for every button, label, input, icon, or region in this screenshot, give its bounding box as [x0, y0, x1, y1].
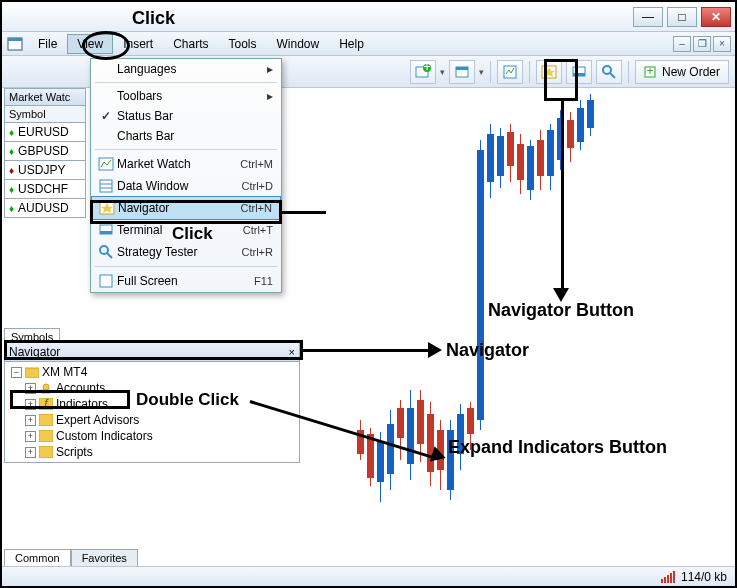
ea-icon [38, 413, 54, 427]
new-order-label: New Order [662, 65, 720, 79]
menu-item-toolbars[interactable]: Toolbars▸ [91, 86, 281, 106]
menu-tools[interactable]: Tools [219, 34, 267, 54]
market-watch-row[interactable]: ♦EURUSD [4, 123, 86, 142]
svg-rect-1 [8, 38, 22, 41]
annotation-circle [82, 31, 130, 60]
svg-point-12 [603, 66, 611, 74]
expand-icon[interactable]: + [25, 415, 36, 426]
window-titlebar: — □ ✕ [2, 2, 735, 32]
svg-rect-26 [100, 275, 112, 287]
market-watch-panel: Market Watc Symbol ♦EURUSD ♦GBPUSD ♦USDJ… [4, 88, 86, 345]
toolbar-profiles-button[interactable] [449, 60, 475, 84]
terminal-icon [95, 222, 117, 238]
expand-icon[interactable]: + [25, 431, 36, 442]
menu-item-charts-bar[interactable]: Charts Bar [91, 126, 281, 146]
down-icon: ♦ [9, 165, 14, 176]
fullscreen-icon [95, 273, 117, 289]
mdi-minimize-button[interactable]: – [673, 36, 691, 52]
window-close-button[interactable]: ✕ [701, 7, 731, 27]
svg-rect-27 [25, 368, 39, 378]
svg-line-13 [610, 73, 615, 78]
mdi-restore-button[interactable]: ❐ [693, 36, 711, 52]
market-watch-title: Market Watc [4, 88, 86, 106]
svg-point-24 [100, 246, 108, 254]
annotation-box [90, 200, 282, 224]
status-bar: 114/0 kb [2, 566, 735, 586]
menu-item-strategy-tester[interactable]: Strategy TesterCtrl+R [91, 241, 281, 263]
tree-row[interactable]: − XM MT4 [5, 364, 299, 380]
market-watch-row[interactable]: ♦AUDUSD [4, 199, 86, 218]
app-icon [6, 35, 24, 53]
view-dropdown: Languages▸ Toolbars▸ ✓Status Bar Charts … [90, 58, 282, 293]
annotation-label: Double Click [136, 390, 239, 410]
svg-text:+: + [423, 64, 430, 74]
svg-rect-17 [100, 180, 112, 192]
toolbar-new-order-button[interactable]: + New Order [635, 60, 729, 84]
tab-common[interactable]: Common [4, 549, 71, 566]
up-icon: ♦ [9, 184, 14, 195]
svg-rect-34 [39, 446, 53, 458]
market-watch-header: Symbol [4, 106, 86, 123]
tree-row[interactable]: + Custom Indicators [5, 428, 299, 444]
annotation-box [4, 340, 303, 360]
navigator-tabs: Common Favorites [4, 549, 138, 566]
annotation-label: Navigator Button [488, 300, 634, 321]
tree-row[interactable]: + Expert Advisors [5, 412, 299, 428]
tree-row[interactable]: + Scripts [5, 444, 299, 460]
scripts-icon [38, 445, 54, 459]
annotation-box [10, 390, 130, 409]
annotation-label: Click [132, 8, 175, 29]
up-icon: ♦ [9, 146, 14, 157]
annotation-label: Navigator [446, 340, 529, 361]
folder-icon [24, 365, 40, 379]
chart-area[interactable] [302, 90, 731, 564]
menu-item-status-bar[interactable]: ✓Status Bar [91, 106, 281, 126]
annotation-label: Expand Indicators Button [448, 436, 667, 458]
annotation-label: Click [172, 224, 213, 244]
annotation-line [303, 349, 433, 352]
menu-item-data-window[interactable]: Data WindowCtrl+D [91, 175, 281, 197]
market-watch-row[interactable]: ♦USDCHF [4, 180, 86, 199]
up-icon: ♦ [9, 203, 14, 214]
menu-help[interactable]: Help [329, 34, 374, 54]
menu-charts[interactable]: Charts [163, 34, 218, 54]
toolbar-tester-button[interactable] [596, 60, 622, 84]
expand-icon[interactable]: + [25, 447, 36, 458]
toolbar-new-chart-button[interactable]: + [410, 60, 436, 84]
window-maximize-button[interactable]: □ [667, 7, 697, 27]
data-window-icon [95, 178, 117, 194]
up-icon: ♦ [9, 127, 14, 138]
toolbar-market-watch-button[interactable] [497, 60, 523, 84]
arrowhead-icon [428, 342, 442, 358]
strategy-tester-icon [95, 244, 117, 260]
mdi-close-button[interactable]: × [713, 36, 731, 52]
status-rate: 114/0 kb [681, 570, 727, 584]
custom-ind-icon [38, 429, 54, 443]
menu-file[interactable]: File [28, 34, 67, 54]
svg-rect-6 [456, 67, 468, 70]
annotation-box [544, 59, 578, 101]
menu-window[interactable]: Window [267, 34, 330, 54]
menu-item-market-watch[interactable]: Market WatchCtrl+M [91, 153, 281, 175]
menu-item-full-screen[interactable]: Full ScreenF11 [91, 270, 281, 292]
svg-rect-32 [39, 414, 53, 426]
annotation-line [561, 101, 564, 293]
expand-icon[interactable]: − [11, 367, 22, 378]
svg-line-25 [107, 253, 112, 258]
annotation-line [282, 211, 326, 214]
svg-rect-23 [100, 231, 112, 234]
window-minimize-button[interactable]: — [633, 7, 663, 27]
market-watch-icon [95, 156, 117, 172]
svg-text:+: + [646, 65, 653, 78]
tab-favorites[interactable]: Favorites [71, 549, 138, 566]
svg-rect-33 [39, 430, 53, 442]
market-watch-row[interactable]: ♦USDJPY [4, 161, 86, 180]
market-watch-row[interactable]: ♦GBPUSD [4, 142, 86, 161]
menu-item-languages[interactable]: Languages▸ [91, 59, 281, 79]
connection-icon [661, 571, 675, 583]
